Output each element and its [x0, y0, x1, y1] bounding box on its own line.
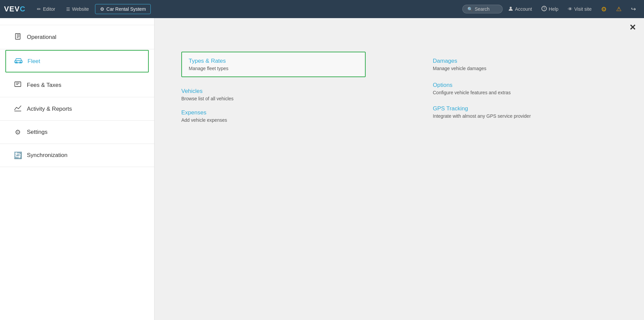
damages-desc: Manage vehicle damages — [433, 66, 617, 71]
sidebar-sync-label: Synchronization — [27, 152, 67, 159]
list-icon: ☰ — [66, 7, 70, 12]
expenses-desc: Add vehicle expenses — [181, 117, 366, 123]
sidebar-item-settings[interactable]: ⚙ Settings — [0, 121, 154, 144]
nav-account-label: Account — [515, 6, 532, 12]
search-icon: 🔍 — [467, 7, 473, 12]
nav-warning-btn[interactable]: ⚠ — [612, 3, 626, 15]
sidebar-item-operational[interactable]: Operational — [0, 25, 154, 49]
logo-text: VEVC — [4, 5, 26, 13]
sidebar-item-activity-reports[interactable]: Activity & Reports — [0, 97, 154, 121]
menu-card-options[interactable]: Options Configure vehicle features and e… — [433, 82, 617, 95]
gps-tracking-desc: Integrate with almost any GPS service pr… — [433, 113, 617, 119]
sidebar-item-synchronization[interactable]: 🔄 Synchronization — [0, 144, 154, 167]
eye-icon: 👁 — [568, 6, 572, 12]
nav-help-label: Help — [549, 6, 558, 12]
search-box[interactable]: 🔍 Search — [462, 5, 503, 13]
user-icon — [508, 6, 513, 12]
nav-website-label: Website — [72, 6, 89, 12]
chart-icon — [13, 105, 22, 113]
warning-icon: ⚠ — [616, 5, 622, 13]
svg-point-0 — [510, 7, 512, 9]
sidebar-activity-reports-label: Activity & Reports — [27, 106, 72, 112]
menu-card-vehicles[interactable]: Vehicles Browse list of all vehicles — [181, 88, 366, 101]
nav-right-section: 🔍 Search Account ? Help 👁 Visit site ⚙ ⚠ — [462, 3, 640, 15]
menu-card-types-rates[interactable]: Types & Rates Manage fleet types — [181, 52, 366, 77]
nav-logout-btn[interactable]: ↪ — [627, 3, 640, 15]
expenses-title: Expenses — [181, 109, 366, 116]
settings-gear-icon: ⚙ — [601, 5, 607, 13]
dollar-icon — [13, 81, 22, 90]
types-rates-desc: Manage fleet types — [189, 66, 358, 71]
clipboard-icon — [13, 33, 22, 42]
svg-rect-10 — [15, 82, 21, 87]
close-button[interactable]: ✕ — [629, 23, 636, 32]
sidebar-fees-taxes-label: Fees & Taxes — [27, 82, 61, 89]
logout-icon: ↪ — [631, 5, 636, 13]
nav-website[interactable]: ☰ Website — [61, 4, 94, 14]
gear-icon: ⚙ — [100, 6, 104, 12]
car-icon — [14, 57, 23, 65]
menu-column-left: Types & Rates Manage fleet types Vehicle… — [181, 52, 366, 123]
sidebar-fleet-label: Fleet — [28, 58, 40, 65]
settings-icon: ⚙ — [13, 128, 22, 136]
damages-title: Damages — [433, 58, 617, 64]
sidebar-item-fleet[interactable]: Fleet — [5, 50, 149, 72]
nav-visit-site-label: Visit site — [574, 6, 592, 12]
search-label: Search — [475, 6, 490, 12]
main-layout: Operational Fleet Fees & Taxes Activity … — [0, 18, 644, 320]
menu-column-right: Damages Manage vehicle damages Options C… — [433, 52, 617, 123]
logo[interactable]: VEVC — [4, 5, 26, 13]
vehicles-desc: Browse list of all vehicles — [181, 96, 366, 101]
menu-card-damages[interactable]: Damages Manage vehicle damages — [433, 58, 617, 71]
sidebar: Operational Fleet Fees & Taxes Activity … — [0, 18, 154, 320]
sidebar-settings-label: Settings — [27, 129, 47, 136]
menu-card-gps-tracking[interactable]: GPS Tracking Integrate with almost any G… — [433, 105, 617, 119]
options-desc: Configure vehicle features and extras — [433, 90, 617, 95]
types-rates-title: Types & Rates — [189, 58, 358, 64]
top-navigation: VEVC ✏ Editor ☰ Website ⚙ Car Rental Sys… — [0, 0, 644, 18]
pencil-icon: ✏ — [37, 6, 41, 12]
gps-tracking-title: GPS Tracking — [433, 105, 617, 112]
nav-car-rental[interactable]: ⚙ Car Rental System — [95, 4, 151, 14]
nav-editor-label: Editor — [43, 6, 55, 12]
nav-help[interactable]: ? Help — [537, 4, 562, 14]
sync-icon: 🔄 — [13, 151, 22, 159]
menu-card-expenses[interactable]: Expenses Add vehicle expenses — [181, 109, 366, 123]
nav-editor[interactable]: ✏ Editor — [32, 4, 60, 14]
nav-account[interactable]: Account — [504, 4, 536, 14]
content-area: ✕ Types & Rates Manage fleet types Vehic… — [154, 18, 644, 320]
nav-car-rental-label: Car Rental System — [106, 6, 146, 12]
options-title: Options — [433, 82, 617, 89]
svg-text:?: ? — [543, 7, 545, 11]
menu-grid: Types & Rates Manage fleet types Vehicle… — [181, 38, 617, 123]
nav-visit-site[interactable]: 👁 Visit site — [564, 4, 596, 14]
sidebar-item-fees-taxes[interactable]: Fees & Taxes — [0, 73, 154, 97]
help-icon: ? — [541, 6, 547, 12]
sidebar-operational-label: Operational — [27, 34, 56, 41]
nav-settings-icon-btn[interactable]: ⚙ — [597, 3, 611, 15]
vehicles-title: Vehicles — [181, 88, 366, 95]
